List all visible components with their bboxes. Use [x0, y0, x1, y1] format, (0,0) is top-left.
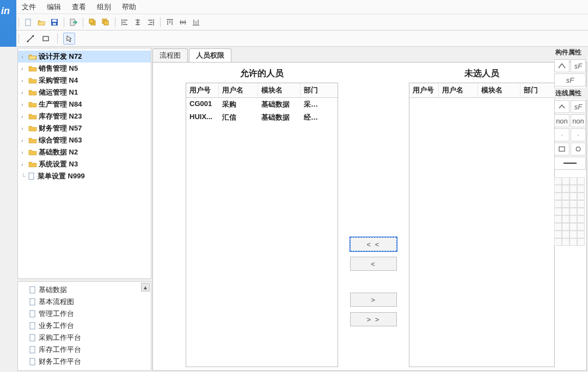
align-middle-button[interactable]: [177, 16, 189, 28]
menu-view[interactable]: 查看: [66, 2, 91, 12]
tree-item[interactable]: › 采购管理 N4: [18, 75, 151, 86]
svg-rect-11: [43, 36, 48, 41]
module-tree[interactable]: › 设计开发 N72 › 销售管理 N5 › 采购管理 N4 ›: [17, 48, 151, 279]
tree-item[interactable]: › 系统设置 N3: [18, 158, 151, 170]
color-grid[interactable]: [554, 177, 586, 246]
tabbar: 流程图 人员权限: [152, 48, 587, 62]
tree-item-label: 储运管理 N1: [38, 88, 78, 97]
expand-icon[interactable]: ›: [21, 161, 28, 168]
expand-icon[interactable]: ›: [21, 137, 28, 144]
table-row[interactable]: CG001 采购 基础数据 采购部: [186, 98, 338, 111]
new-file-button[interactable]: [22, 16, 34, 28]
tab-flowchart[interactable]: 流程图: [152, 48, 188, 62]
expand-icon[interactable]: ›: [21, 53, 28, 60]
col-module[interactable]: 模块名: [258, 83, 301, 97]
tree-item[interactable]: › 设计开发 N72: [18, 51, 151, 63]
tree-item[interactable]: 库存工作平台: [18, 344, 151, 356]
transfer-buttons: < < < > > >: [338, 63, 409, 370]
menu-edit[interactable]: 编辑: [41, 2, 66, 12]
palette-button[interactable]: ·: [571, 128, 586, 141]
menu-group[interactable]: 组别: [91, 2, 117, 12]
svg-rect-16: [30, 323, 35, 329]
col-userid[interactable]: 用户号: [186, 83, 219, 97]
allowed-grid[interactable]: 用户号 用户名 模块名 部门 CG001 采购 基础数据 采购部: [186, 83, 338, 367]
palette-rect-button[interactable]: [554, 142, 569, 156]
tree-item[interactable]: 业务工作台: [18, 320, 151, 332]
tree-item-label: 系统设置 N3: [38, 159, 78, 169]
expand-icon[interactable]: ›: [21, 149, 28, 156]
move-right-button[interactable]: >: [350, 293, 397, 307]
expand-icon[interactable]: ›: [21, 101, 28, 108]
palette-button[interactable]: sF: [571, 59, 586, 72]
palette-button[interactable]: [554, 100, 569, 113]
tree-item-label: 基础数据 N2: [38, 147, 78, 157]
line-tool-button[interactable]: [24, 33, 36, 45]
align-left-button[interactable]: [119, 16, 131, 28]
document-icon: [28, 358, 38, 365]
col-username[interactable]: 用户名: [439, 83, 478, 97]
align-top-button[interactable]: [164, 16, 176, 28]
palette-line-button[interactable]: [554, 157, 586, 170]
col-userid[interactable]: 用户号: [409, 83, 439, 97]
tree-item[interactable]: › 销售管理 N5: [18, 63, 151, 75]
palette-button[interactable]: sF: [554, 73, 586, 86]
tree-item[interactable]: 采购工作平台: [18, 332, 151, 344]
document-icon: [28, 310, 38, 318]
move-all-left-button[interactable]: < <: [350, 237, 397, 251]
palette-button[interactable]: non: [571, 114, 586, 127]
tree-item[interactable]: › 综合管理 N63: [18, 134, 151, 146]
grid-header: 用户号 用户名 模块名 部门: [409, 83, 554, 98]
move-all-right-button[interactable]: > >: [350, 312, 397, 326]
rect-tool-button[interactable]: [40, 33, 52, 45]
palette-button[interactable]: sF: [571, 100, 586, 113]
move-left-button[interactable]: <: [350, 257, 397, 271]
save-button[interactable]: [48, 16, 60, 28]
expand-icon[interactable]: ›: [21, 89, 28, 96]
palette-button[interactable]: non: [554, 114, 569, 127]
tree-item[interactable]: 基本流程图: [18, 296, 151, 308]
tree-item[interactable]: › 库存管理 N23: [18, 110, 151, 122]
tree-item[interactable]: 管理工作台: [18, 308, 151, 320]
tree-item[interactable]: 基础数据: [18, 284, 151, 296]
bring-front-button[interactable]: [87, 16, 99, 28]
allowed-title: 允许的人员: [186, 66, 338, 83]
expand-icon[interactable]: ›: [21, 113, 28, 120]
palette-button[interactable]: [554, 59, 569, 72]
tree-item[interactable]: › 储运管理 N1: [18, 86, 151, 98]
open-button[interactable]: [35, 16, 47, 28]
tab-permissions[interactable]: 人员权限: [189, 48, 231, 62]
menu-help[interactable]: 帮助: [117, 2, 142, 12]
align-center-button[interactable]: [132, 16, 144, 28]
palette-circle-button[interactable]: [571, 142, 586, 156]
separator: [19, 34, 19, 44]
line-props-title: 连线属性: [554, 88, 588, 99]
toolbar-tools: [0, 30, 588, 47]
sub-tree[interactable]: ▲ 基础数据 基本流程图 管理工作台 业务工作台 采购工作平台 库存工作平台 财…: [17, 281, 151, 371]
pointer-tool-button[interactable]: [63, 33, 75, 45]
tree-item[interactable]: › 生产管理 N84: [18, 98, 151, 110]
folder-icon: [28, 113, 38, 120]
tree-item[interactable]: 财务工作平台: [18, 356, 151, 368]
col-dept[interactable]: 部门: [301, 83, 328, 97]
separator: [115, 17, 115, 27]
expand-icon[interactable]: ›: [21, 125, 28, 132]
table-row[interactable]: HUIX... 汇信 基础数据 经理室: [186, 111, 338, 124]
unselected-grid[interactable]: 用户号 用户名 模块名 部门: [409, 83, 555, 367]
align-right-button[interactable]: [145, 16, 157, 28]
col-dept[interactable]: 部门: [520, 83, 538, 97]
menu-file[interactable]: 文件: [16, 2, 41, 12]
tree-item[interactable]: › 财务管理 N57: [18, 122, 151, 134]
folder-icon: [28, 160, 38, 168]
align-bottom-button[interactable]: [190, 16, 202, 28]
expand-icon[interactable]: ›: [21, 65, 28, 72]
col-username[interactable]: 用户名: [219, 83, 258, 97]
scroll-up-button[interactable]: ▲: [141, 283, 150, 292]
exit-button[interactable]: [68, 16, 79, 28]
tree-item[interactable]: └ 菜单设置 N999: [18, 170, 151, 182]
col-module[interactable]: 模块名: [478, 83, 520, 97]
tree-item[interactable]: › 基础数据 N2: [18, 146, 151, 158]
palette-button[interactable]: ·: [554, 128, 569, 141]
document-icon: [28, 286, 38, 294]
send-back-button[interactable]: [100, 16, 112, 28]
expand-icon[interactable]: ›: [21, 77, 28, 84]
